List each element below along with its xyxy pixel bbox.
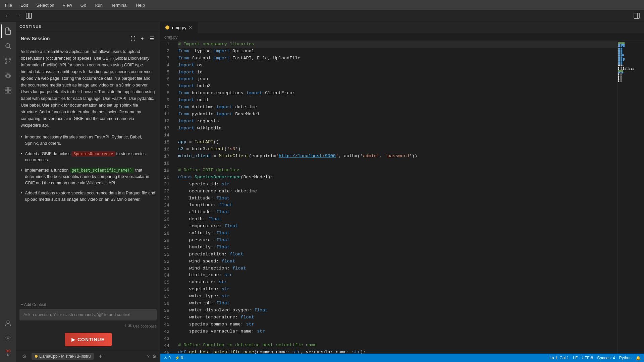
- session-title-bar: New Session ⛶ + ☰: [16, 32, 160, 45]
- menu-file[interactable]: File: [3, 2, 14, 8]
- code-line-12: import requests: [178, 118, 617, 125]
- right-sidebar-toggle[interactable]: [633, 12, 641, 20]
- status-warnings[interactable]: ⚡ 0: [175, 356, 183, 360]
- tab-label-omg: omg.py: [172, 25, 186, 30]
- menu-selection[interactable]: Selection: [35, 2, 56, 8]
- get-best-scientific-badge: get_best_scientific_name(): [70, 168, 134, 173]
- bullet-1-text: Imported necessary libraries such as Fas…: [25, 134, 155, 147]
- code-line-22: occurrence_date: datetime: [178, 188, 617, 195]
- code-line-27: temperature: float: [178, 223, 617, 230]
- code-line-15: app = FastAPI(): [178, 139, 617, 146]
- status-left: ⚠ 0 ⚡ 0: [164, 356, 183, 360]
- tab-icon-omg: [165, 25, 169, 29]
- code-line-35: substrate: str: [178, 279, 617, 286]
- menu-help[interactable]: Help: [134, 2, 147, 8]
- status-indent[interactable]: Spaces: 4: [597, 356, 615, 360]
- bullet-item-2: Added a GBIF dataclass SpeciesOccurrence…: [21, 151, 155, 164]
- use-codebase-label: Use codebase: [133, 324, 157, 328]
- layout-icon[interactable]: [25, 12, 33, 20]
- svg-rect-17: [8, 87, 11, 90]
- code-line-10: from datetime import datetime: [178, 104, 617, 111]
- status-errors[interactable]: ⚠ 0: [164, 356, 171, 360]
- add-session-icon[interactable]: +: [139, 35, 146, 42]
- svg-point-4: [6, 44, 10, 48]
- activity-debug[interactable]: [1, 69, 15, 82]
- session-title: New Session: [21, 36, 50, 41]
- bullet-4-text: Added functions to store species occurre…: [25, 190, 155, 203]
- code-line-43: [178, 335, 617, 342]
- forward-button[interactable]: →: [14, 12, 22, 20]
- add-context-button[interactable]: + Add Context: [16, 300, 160, 309]
- code-content: # Import necessary libraries from typing…: [175, 41, 617, 354]
- bottom-toolbar: ⚙ LlamaCpp - Mistral-7B-Instru + ? ⚙: [16, 350, 160, 362]
- status-encoding[interactable]: UTF-8: [582, 356, 593, 360]
- back-button[interactable]: ←: [3, 12, 11, 20]
- code-editor[interactable]: 12345 678910 1112131415 1617181920 21222…: [160, 41, 644, 354]
- code-line-16: s3 = boto3.client('s3'): [178, 146, 617, 153]
- menu-go[interactable]: Go: [79, 2, 88, 8]
- help-button[interactable]: ?: [147, 354, 150, 359]
- code-line-18: [178, 160, 617, 167]
- tab-omg-py[interactable]: omg.py ✕: [160, 22, 198, 33]
- activity-bar: D:C D: [0, 22, 16, 362]
- code-line-5: import io: [178, 69, 617, 76]
- activity-continue[interactable]: D:C D: [1, 346, 15, 359]
- status-eol[interactable]: LF: [573, 356, 578, 360]
- continue-btn-wrapper: ▶ CONTINUE: [16, 330, 160, 350]
- mini-map: ████████ ██ █████ ██ ██ ██ ██ ██ ██ ██ █…: [617, 41, 644, 354]
- svg-rect-16: [5, 87, 8, 90]
- tab-close-omg[interactable]: ✕: [189, 25, 193, 30]
- activity-files[interactable]: [1, 24, 15, 38]
- code-line-23: latitude: float: [178, 195, 617, 202]
- svg-rect-1: [29, 13, 32, 18]
- add-model-button[interactable]: +: [97, 352, 105, 360]
- svg-rect-2: [634, 13, 639, 18]
- code-line-34: biotic_zone: str: [178, 272, 617, 279]
- activity-settings[interactable]: [1, 331, 15, 345]
- menu-edit[interactable]: Edit: [19, 2, 30, 8]
- menu-run[interactable]: Run: [93, 2, 104, 8]
- fullscreen-icon[interactable]: ⛶: [129, 35, 137, 42]
- editor-area: omg.py ✕ omg.py 12345 678910 1112131415 …: [160, 22, 644, 362]
- code-line-19: # Define GBIF dataclass: [178, 167, 617, 174]
- code-line-25: altitude: float: [178, 209, 617, 216]
- more-options-icon[interactable]: ☰: [148, 35, 155, 42]
- svg-point-21: [7, 337, 9, 339]
- model-dot: [35, 355, 38, 358]
- code-line-32: wind_speed: float: [178, 258, 617, 265]
- use-codebase-icon: ⇧: [124, 324, 127, 328]
- breadcrumb: omg.py: [160, 34, 644, 41]
- activity-search[interactable]: [1, 39, 15, 53]
- code-line-39: water_dissolved_oxygen: float: [178, 307, 617, 314]
- continue-button[interactable]: ▶ CONTINUE: [65, 333, 112, 346]
- code-line-44: # Define function to determine best scie…: [178, 342, 617, 349]
- menu-view[interactable]: View: [61, 2, 74, 8]
- chat-input[interactable]: Ask a question, '/' for slash commands, …: [19, 309, 157, 320]
- menu-bar: File Edit Selection View Go Run Terminal…: [0, 0, 644, 10]
- svg-point-7: [9, 58, 11, 60]
- code-line-7: import boto3: [178, 83, 617, 90]
- menu-terminal[interactable]: Terminal: [109, 2, 129, 8]
- code-line-2: from typing import Optional: [178, 48, 617, 55]
- svg-rect-18: [5, 90, 8, 93]
- settings-button[interactable]: ⚙: [152, 354, 157, 359]
- breadcrumb-text: omg.py: [164, 35, 177, 40]
- code-line-1: # Import necessary libraries: [178, 41, 617, 48]
- code-line-9: import uuid: [178, 97, 617, 104]
- continue-label: CONTINUE: [19, 24, 41, 28]
- gear-button[interactable]: ⚙: [19, 352, 29, 361]
- model-selector[interactable]: LlamaCpp - Mistral-7B-Instru: [32, 353, 94, 360]
- status-language[interactable]: Python: [619, 356, 632, 360]
- activity-account[interactable]: [1, 316, 15, 330]
- bullet-3-text: Implemented a function get_best_scientif…: [25, 167, 155, 186]
- status-line-col[interactable]: Ln 1, Col 1: [549, 356, 569, 360]
- activity-extensions[interactable]: [1, 83, 15, 97]
- code-line-14: [178, 132, 617, 139]
- status-bell[interactable]: 🔔: [636, 356, 641, 360]
- code-line-41: species_common_name: str: [178, 321, 617, 328]
- code-line-33: wind_direction: float: [178, 265, 617, 272]
- svg-rect-10: [7, 74, 9, 78]
- bullet-list: Imported necessary libraries such as Fas…: [21, 134, 155, 203]
- mini-map-content: ████████ ██ █████ ██ ██ ██ ██ ██ ██ ██ █…: [618, 41, 644, 83]
- activity-git[interactable]: [1, 54, 15, 67]
